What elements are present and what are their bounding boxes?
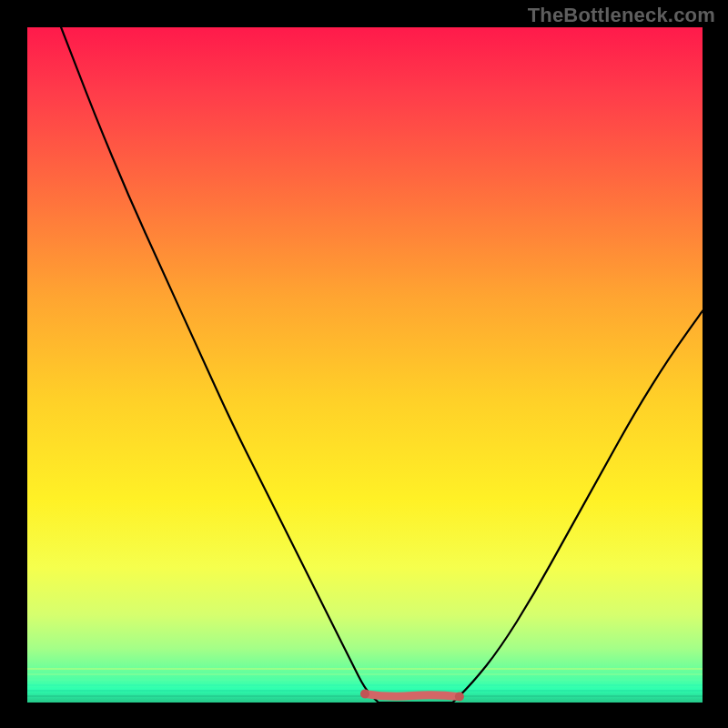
watermark-text: TheBottleneck.com <box>528 4 715 27</box>
optimal-range-dot-left <box>360 690 369 699</box>
bottleneck-curve <box>27 27 703 703</box>
plot-area <box>27 27 703 703</box>
optimal-range-highlight <box>365 694 460 697</box>
curve-right-branch <box>453 311 703 703</box>
optimal-range-dot-right <box>455 693 464 702</box>
chart-frame: TheBottleneck.com <box>0 0 728 728</box>
curve-left-branch <box>61 27 379 703</box>
